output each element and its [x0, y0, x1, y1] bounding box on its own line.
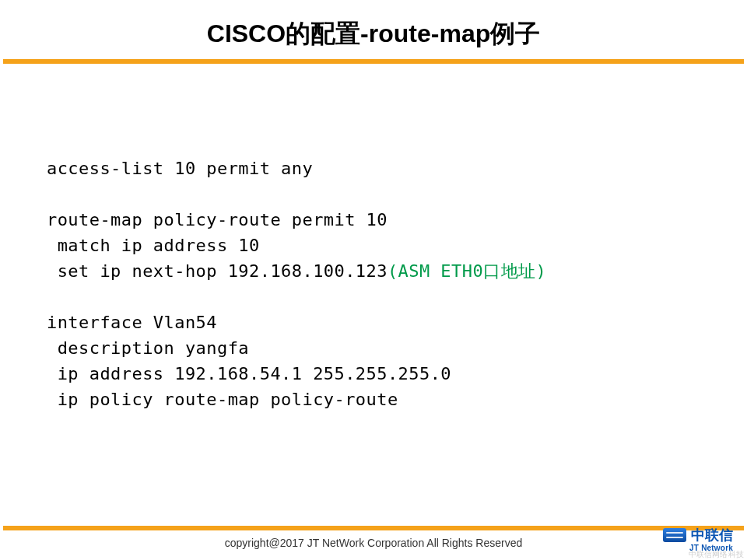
brand-logo: 中联信 JT Network [616, 518, 733, 552]
slide-title: CISCO的配置-route-map例子 [0, 0, 747, 59]
logo-icon [663, 528, 686, 542]
code-block: access-list 10 permit any route-map poli… [0, 70, 747, 412]
code-annotation: (ASM ETH0口地址) [388, 261, 546, 281]
top-divider [3, 59, 744, 64]
slide: CISCO的配置-route-map例子 access-list 10 perm… [0, 0, 747, 560]
code-line: match ip address 10 [47, 236, 260, 255]
logo-cn-text: 中联信 [691, 528, 733, 542]
watermark-text: 中联信网络科技 [689, 549, 744, 560]
code-line: ip policy route-map policy-route [47, 390, 398, 409]
code-line: description yangfa [47, 338, 249, 358]
code-line: access-list 10 permit any [47, 159, 313, 178]
code-line: set ip next-hop 192.168.100.123 [47, 261, 388, 281]
logo-row: 中联信 [663, 528, 733, 542]
code-line: ip address 192.168.54.1 255.255.255.0 [47, 364, 451, 383]
code-line: interface Vlan54 [47, 313, 217, 332]
code-line: route-map policy-route permit 10 [47, 210, 388, 229]
